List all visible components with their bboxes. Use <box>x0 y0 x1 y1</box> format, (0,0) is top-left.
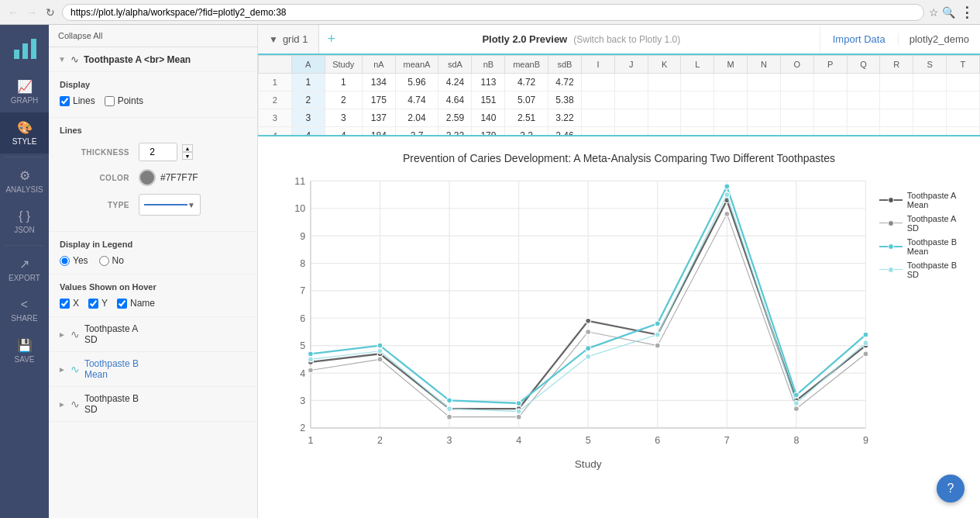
table-cell[interactable] <box>813 127 847 136</box>
table-cell[interactable] <box>681 109 714 127</box>
table-cell[interactable] <box>880 109 913 127</box>
table-cell[interactable] <box>648 127 681 136</box>
table-cell[interactable] <box>913 127 947 136</box>
trace-list-item[interactable]: ► ∿ Toothpaste B Mean <box>49 352 257 387</box>
table-cell[interactable] <box>582 74 615 92</box>
table-cell[interactable] <box>681 74 714 92</box>
hover-y-label[interactable]: Y <box>88 298 108 309</box>
back-button[interactable]: ← <box>6 5 20 19</box>
table-cell[interactable] <box>780 127 813 136</box>
table-cell[interactable]: 3.22 <box>548 109 581 127</box>
table-cell[interactable] <box>780 74 813 92</box>
table-cell[interactable] <box>813 109 847 127</box>
table-cell[interactable] <box>847 127 880 136</box>
table-cell[interactable] <box>648 92 681 109</box>
table-cell[interactable] <box>582 92 615 109</box>
url-bar[interactable] <box>62 4 924 21</box>
table-cell[interactable] <box>614 127 648 136</box>
table-cell[interactable] <box>847 74 880 92</box>
table-cell[interactable]: 140 <box>472 109 505 127</box>
table-cell[interactable] <box>582 109 615 127</box>
lines-checkbox-label[interactable]: Lines <box>60 95 95 106</box>
table-cell[interactable] <box>946 109 979 127</box>
table-cell[interactable]: 2.7 <box>395 127 438 136</box>
sidebar-item-json[interactable]: { } JSON <box>0 202 49 242</box>
support-button[interactable]: ? <box>937 475 965 502</box>
hover-x-checkbox[interactable] <box>60 299 70 309</box>
yes-radio-label[interactable]: Yes <box>60 255 88 266</box>
hover-name-label[interactable]: Name <box>117 298 155 309</box>
table-cell[interactable] <box>847 109 880 127</box>
table-cell[interactable] <box>614 109 648 127</box>
lines-checkbox[interactable] <box>60 96 70 106</box>
sidebar-item-save[interactable]: 💾 SAVE <box>0 330 49 371</box>
table-cell[interactable] <box>681 127 714 136</box>
table-cell[interactable] <box>748 92 781 109</box>
spinner-down[interactable]: ▼ <box>182 152 193 160</box>
table-cell[interactable]: 4.24 <box>438 74 472 92</box>
sidebar-item-export[interactable]: ↗ EXPORT <box>0 249 49 290</box>
table-cell[interactable] <box>880 127 913 136</box>
add-grid-button[interactable]: + <box>319 25 343 54</box>
table-cell[interactable]: 5.38 <box>548 92 581 109</box>
table-cell[interactable] <box>714 92 748 109</box>
spinner-up[interactable]: ▲ <box>182 144 193 152</box>
table-cell[interactable]: 5.07 <box>505 92 548 109</box>
table-cell[interactable]: 3 <box>325 109 362 127</box>
table-cell[interactable]: 3.2 <box>505 127 548 136</box>
table-cell[interactable]: 134 <box>362 74 395 92</box>
table-cell[interactable] <box>681 92 714 109</box>
trace-list-item[interactable]: ► ∿ Toothpaste A SD <box>49 317 257 352</box>
table-cell[interactable]: 2 <box>325 92 362 109</box>
table-cell[interactable] <box>614 92 648 109</box>
table-cell[interactable] <box>946 74 979 92</box>
table-cell[interactable]: 4.72 <box>505 74 548 92</box>
hover-x-label[interactable]: X <box>60 298 79 309</box>
yes-radio[interactable] <box>60 256 70 266</box>
forward-button[interactable]: → <box>25 5 39 19</box>
bookmark-button[interactable]: ☆ <box>929 6 939 19</box>
table-cell[interactable]: 1 <box>291 74 325 92</box>
table-cell[interactable] <box>748 109 781 127</box>
table-cell[interactable]: 1 <box>325 74 362 92</box>
table-cell[interactable] <box>913 74 947 92</box>
table-cell[interactable]: 2.46 <box>548 127 581 136</box>
table-cell[interactable] <box>714 127 748 136</box>
table-cell[interactable] <box>714 74 748 92</box>
table-cell[interactable]: 2 <box>291 92 325 109</box>
no-radio-label[interactable]: No <box>99 255 124 266</box>
table-cell[interactable]: 4.74 <box>395 92 438 109</box>
table-cell[interactable]: 4 <box>325 127 362 136</box>
points-checkbox-label[interactable]: Points <box>105 95 143 106</box>
main-trace-header[interactable]: ▼ ∿ Toothpaste A <br> Mean <box>49 47 257 72</box>
table-cell[interactable]: 175 <box>362 92 395 109</box>
table-cell[interactable] <box>880 74 913 92</box>
table-cell[interactable]: 4 <box>291 127 325 136</box>
import-data-button[interactable]: Import Data <box>820 25 898 54</box>
search-button[interactable]: 🔍 <box>942 6 955 19</box>
plotly-switch-link[interactable]: (Switch back to Plotly 1.0) <box>573 34 680 45</box>
table-cell[interactable]: 179 <box>472 127 505 136</box>
no-radio[interactable] <box>99 256 109 266</box>
table-cell[interactable] <box>913 109 947 127</box>
table-cell[interactable] <box>880 92 913 109</box>
table-cell[interactable] <box>813 92 847 109</box>
table-cell[interactable] <box>847 92 880 109</box>
hover-y-checkbox[interactable] <box>88 299 98 309</box>
table-cell[interactable]: 151 <box>472 92 505 109</box>
table-cell[interactable] <box>648 74 681 92</box>
table-cell[interactable] <box>946 92 979 109</box>
table-cell[interactable] <box>780 109 813 127</box>
table-cell[interactable]: 4.64 <box>438 92 472 109</box>
sidebar-item-graph[interactable]: 📈 GRAPH <box>0 71 49 112</box>
table-cell[interactable]: 184 <box>362 127 395 136</box>
table-cell[interactable] <box>748 74 781 92</box>
table-cell[interactable]: 4.72 <box>548 74 581 92</box>
table-cell[interactable] <box>780 92 813 109</box>
table-cell[interactable] <box>813 74 847 92</box>
table-cell[interactable] <box>648 109 681 127</box>
table-cell[interactable] <box>614 74 648 92</box>
thickness-input[interactable] <box>139 143 177 161</box>
sidebar-item-analysis[interactable]: ⚙ ANALYSIS <box>0 161 49 202</box>
table-cell[interactable] <box>714 109 748 127</box>
